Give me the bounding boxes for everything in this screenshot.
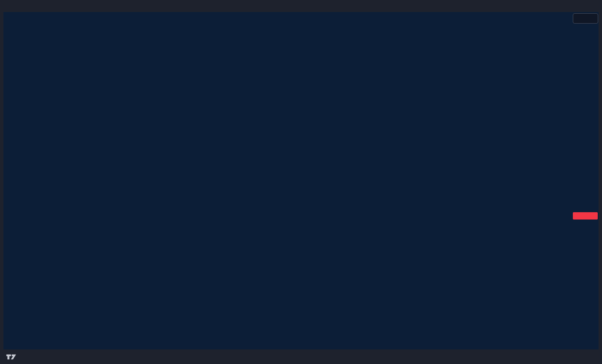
footer-bar (0, 349, 602, 364)
chart-canvas[interactable] (0, 0, 602, 364)
currency-usd-button[interactable] (573, 13, 598, 24)
tradingview-published-chart (0, 0, 602, 364)
last-price-badge (573, 212, 598, 220)
tradingview-logo-icon[interactable] (6, 353, 17, 361)
